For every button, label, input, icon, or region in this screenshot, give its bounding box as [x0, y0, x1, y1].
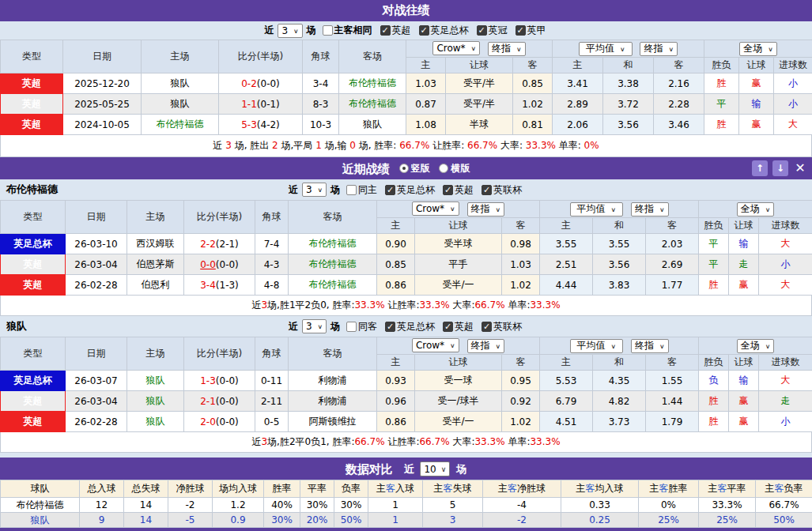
wv-league-checkbox-epl[interactable]: [443, 322, 453, 332]
avg-draw-odds: 3.38: [603, 73, 654, 94]
handicap-result-cell: 赢: [729, 412, 759, 432]
final-odds-select2[interactable]: 终指∨: [640, 42, 678, 56]
league-label-epl[interactable]: 英超: [392, 24, 411, 37]
wv-league-label-facup[interactable]: 英足总杯: [397, 320, 435, 333]
bookmaker-select[interactable]: Crow*∨: [412, 201, 459, 216]
half-time-score: (4-2): [257, 119, 280, 130]
avg-home-odds: 6.79: [540, 391, 593, 412]
average-select[interactable]: 平均值∨: [579, 42, 633, 56]
chevron-down-icon: ∨: [496, 206, 501, 213]
home-team-cell: 狼队: [127, 371, 184, 391]
col-odds-home: 主: [377, 355, 415, 371]
wv-league-checkbox-facup[interactable]: [385, 322, 395, 332]
bookmaker-select[interactable]: Crow*∨: [412, 338, 459, 352]
same-away-checkbox[interactable]: [346, 322, 357, 332]
final-odds-select2[interactable]: 终指∨: [631, 202, 669, 217]
text-segment: 主: [650, 483, 659, 494]
horizontal-view-radio[interactable]: [439, 164, 448, 173]
col-away: 客场: [289, 201, 377, 234]
scope-select[interactable]: 全场∨: [739, 42, 777, 56]
league-checkbox-epl[interactable]: [380, 25, 391, 36]
league-checkbox-league1[interactable]: [516, 25, 526, 36]
score-link[interactable]: 3-4: [200, 280, 216, 291]
same-home-checkbox[interactable]: [346, 185, 357, 195]
bf-league-checkbox-facup[interactable]: [385, 185, 395, 195]
vertical-view-label[interactable]: 竖版: [411, 163, 430, 174]
score-link[interactable]: 0-2: [241, 78, 257, 89]
bf-league-checkbox-epl[interactable]: [443, 185, 453, 195]
same-home-label[interactable]: 同主: [358, 183, 377, 197]
same-away-label[interactable]: 同客: [358, 320, 377, 333]
league-label-championship[interactable]: 英冠: [489, 24, 508, 37]
average-select[interactable]: 平均值∨: [570, 339, 624, 353]
scope-select[interactable]: 全场∨: [737, 339, 775, 353]
avg-home-odds: 3.41: [553, 73, 603, 94]
crow-handicap: 受平/半: [446, 73, 513, 94]
score-link[interactable]: 1-3: [200, 375, 216, 386]
comparison-count-select[interactable]: 10∨: [420, 461, 450, 476]
comparison-value: 14: [124, 513, 168, 528]
bf-league-label-facup[interactable]: 英足总杯: [397, 183, 435, 197]
text-segment: 33.3%: [526, 140, 556, 151]
col-avg-home: 主: [540, 218, 593, 234]
league-checkbox-facup[interactable]: [419, 25, 429, 36]
bf-league-checkbox-eflcup[interactable]: [482, 185, 492, 195]
home-team-name: 狼队: [146, 416, 165, 427]
score-link[interactable]: 2-0: [200, 416, 216, 427]
bookmaker-select[interactable]: Crow*∨: [432, 41, 480, 55]
avg-home-odds: 5.53: [540, 371, 593, 391]
result-cell: 胜: [699, 391, 729, 412]
handicap-result-cell: 输: [739, 94, 774, 115]
comparison-value: 14: [124, 498, 168, 513]
brentford-count-select[interactable]: 3∨: [302, 183, 327, 197]
chevron-down-icon: ∨: [318, 323, 323, 330]
vertical-view-radio[interactable]: [399, 164, 409, 173]
final-odds-select2[interactable]: 终指∨: [631, 339, 669, 353]
h2h-count-select[interactable]: 3∨: [278, 24, 302, 38]
final-odds-select[interactable]: 终指∨: [467, 202, 505, 217]
text-segment: 场,平局: [278, 140, 315, 151]
average-select[interactable]: 平均值∨: [570, 202, 624, 217]
comparison-value: 30%: [264, 513, 300, 528]
move-down-button[interactable]: ↓: [772, 160, 788, 176]
bf-league-label-epl[interactable]: 英超: [455, 183, 474, 197]
final-odds-select[interactable]: 终指∨: [467, 339, 505, 353]
league-label-facup[interactable]: 英足总杯: [431, 24, 469, 37]
away-team-cell: 布伦特福德: [289, 234, 377, 254]
close-button[interactable]: ✕: [791, 160, 809, 176]
same-venue-checkbox[interactable]: [323, 25, 333, 36]
handicap-result-cell: 输: [729, 371, 759, 391]
wolves-filter-bar: 狼队 近 3∨ 场 同客 英足总杯 英超 英联杯: [0, 316, 812, 337]
score-link[interactable]: 2-2: [200, 239, 216, 250]
col-avg-away: 客: [654, 58, 704, 73]
match-date: 26-02-28: [66, 412, 127, 432]
home-team-name: 狼队: [171, 77, 190, 88]
wv-league-checkbox-eflcup[interactable]: [482, 322, 492, 332]
score-link[interactable]: 1-1: [241, 99, 257, 110]
move-up-button[interactable]: ↑: [752, 160, 768, 176]
result-text: 平: [709, 238, 719, 249]
same-venue-label[interactable]: 主客相同: [334, 24, 372, 37]
text-segment: 近: [213, 140, 225, 151]
avg-home-odds: 2.89: [553, 94, 603, 115]
text-segment: 主: [765, 483, 775, 494]
col-result: 胜负: [699, 218, 729, 234]
league-label-league1[interactable]: 英甲: [527, 24, 546, 37]
score-link[interactable]: 0-0: [200, 259, 216, 270]
scope-select[interactable]: 全场∨: [737, 202, 775, 217]
wolves-count-select[interactable]: 3∨: [302, 319, 327, 333]
league-type-badge: 英超: [1, 115, 63, 135]
text-segment: 66.7%: [354, 436, 384, 447]
score-link[interactable]: 2-1: [200, 396, 216, 407]
wv-league-label-eflcup[interactable]: 英联杯: [493, 320, 522, 333]
away-team-cell: 布伦特福德: [339, 94, 406, 115]
text-segment: 客: [444, 483, 453, 494]
wv-league-label-epl[interactable]: 英超: [455, 320, 474, 333]
result-text: 走: [739, 258, 749, 269]
league-type-badge: 英超: [1, 254, 66, 275]
horizontal-view-label[interactable]: 横版: [451, 163, 470, 174]
final-odds-select[interactable]: 终指∨: [488, 42, 526, 56]
bf-league-label-eflcup[interactable]: 英联杯: [493, 183, 522, 197]
league-checkbox-championship[interactable]: [477, 25, 487, 36]
score-link[interactable]: 5-3: [241, 119, 257, 130]
